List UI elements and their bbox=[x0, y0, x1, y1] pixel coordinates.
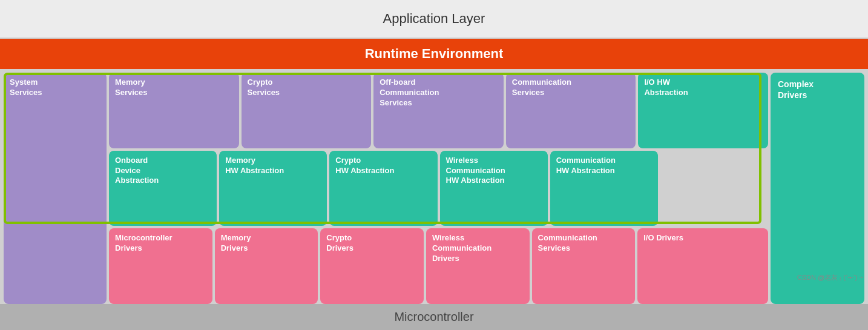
main-area: System Services Memory Services Crypto S… bbox=[0, 69, 868, 304]
watermark: CSDN @老灰 ₍ (ˊ·•·ˋ) ~ bbox=[797, 273, 863, 282]
row-drivers: Microcontroller Drivers Memory Drivers C… bbox=[109, 228, 768, 304]
io-drivers-cell: I/O Drivers bbox=[637, 228, 768, 304]
complex-drivers-cell: Complex Drivers bbox=[771, 73, 864, 304]
application-layer: Application Layer bbox=[0, 0, 868, 39]
offboard-comm-services-cell: Off-board Communication Services bbox=[373, 73, 504, 148]
io-hw-abstraction-cell: I/O HW Abstraction bbox=[638, 73, 768, 148]
microcontroller-label: Microcontroller bbox=[394, 310, 473, 323]
memory-drivers-cell: Memory Drivers bbox=[215, 228, 318, 304]
system-services-label: System Services bbox=[10, 78, 42, 97]
crypto-hw-abstraction-cell: Crypto HW Abstraction bbox=[329, 151, 437, 226]
spacer-cell bbox=[660, 151, 768, 226]
col-complex: Complex Drivers bbox=[771, 73, 864, 304]
wireless-comm-drivers-cell: Wireless Communication Drivers bbox=[426, 228, 530, 304]
microcontroller-drivers-cell: Microcontroller Drivers bbox=[109, 228, 212, 304]
app-wrapper: Application Layer Runtime Environment Sy… bbox=[0, 0, 868, 330]
wireless-comm-hw-abstraction-cell: Wireless Communication HW Abstraction bbox=[440, 151, 548, 226]
application-layer-label: Application Layer bbox=[383, 11, 485, 26]
crypto-services-cell: Crypto Services bbox=[242, 73, 372, 148]
right-section: Memory Services Crypto Services Off-boar… bbox=[109, 73, 768, 304]
row-hw-abstraction: Onboard Device Abstraction Memory HW Abs… bbox=[109, 151, 768, 226]
onboard-device-abstraction-cell: Onboard Device Abstraction bbox=[109, 151, 217, 226]
communication-services-2-cell: Communication Services bbox=[532, 228, 636, 304]
memory-hw-abstraction-cell: Memory HW Abstraction bbox=[219, 151, 327, 226]
communication-services-cell: Communication Services bbox=[506, 73, 636, 148]
crypto-drivers-cell: Crypto Drivers bbox=[320, 228, 424, 304]
row-services: Memory Services Crypto Services Off-boar… bbox=[109, 73, 768, 148]
microcontroller-footer: Microcontroller bbox=[0, 304, 868, 330]
runtime-environment-label: Runtime Environment bbox=[365, 46, 504, 61]
runtime-environment: Runtime Environment bbox=[0, 39, 868, 69]
communication-hw-abstraction-cell: Communication HW Abstraction bbox=[550, 151, 658, 226]
memory-services-cell: Memory Services bbox=[109, 73, 239, 148]
system-services-cell: System Services bbox=[4, 73, 107, 304]
col-system: System Services bbox=[4, 73, 107, 304]
columns-wrapper: System Services Memory Services Crypto S… bbox=[4, 73, 864, 304]
